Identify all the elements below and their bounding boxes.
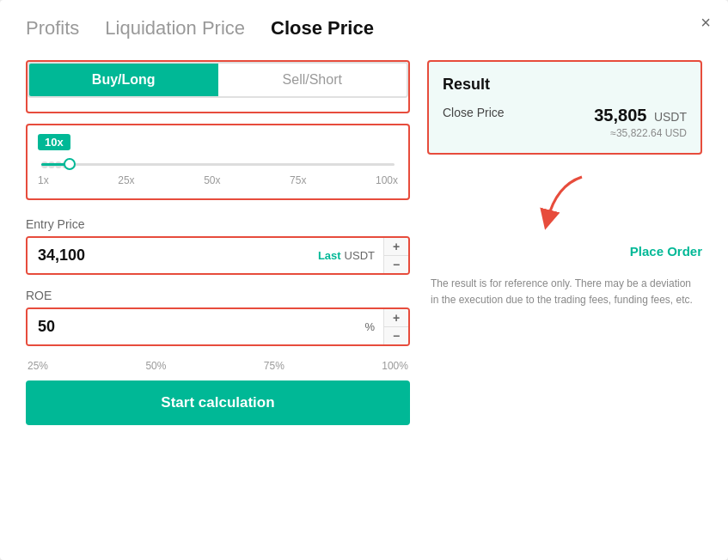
result-box: Result Close Price 35,805 USDT ≈35,822.6… — [427, 60, 702, 155]
disclaimer-text: The result is for reference only. There … — [427, 276, 702, 308]
roe-slider-labels: 25% 50% 75% 100% — [26, 360, 410, 372]
arrow-annotation — [427, 168, 702, 237]
place-order-link[interactable]: Place Order — [427, 244, 702, 259]
leverage-labels: 1x 25x 50x 75x 100x — [38, 174, 398, 186]
last-label: Last — [318, 249, 341, 262]
roe-group: % + − — [26, 307, 410, 346]
close-price-value-group: 35,805 USDT ≈35,822.64 USD — [594, 106, 687, 139]
result-row: Close Price 35,805 USDT ≈35,822.64 USD — [443, 106, 687, 139]
buy-long-button[interactable]: Buy/Long — [29, 64, 218, 96]
roe-percent: % — [364, 320, 375, 333]
roe-input[interactable] — [28, 309, 356, 344]
roe-label: ROE — [26, 289, 410, 302]
tab-profits[interactable]: Profits — [26, 17, 79, 40]
direction-toggle: Buy/Long Sell/Short — [28, 62, 408, 98]
roe-stepper: + − — [383, 309, 408, 344]
entry-price-stepper: + − — [383, 238, 408, 273]
tab-bar: Profits Liquidation Price Close Price — [26, 17, 702, 40]
entry-price-input[interactable] — [28, 238, 309, 273]
close-price-main: 35,805 — [594, 106, 646, 125]
roe-suffix: % — [356, 309, 383, 344]
leverage-section: 10x — [26, 124, 410, 200]
left-panel: Buy/Long Sell/Short 10x — [26, 60, 410, 425]
leverage-badge: 10x — [38, 134, 70, 150]
close-price-label: Close Price — [443, 106, 505, 119]
calc-button[interactable]: Start calculation — [26, 380, 410, 425]
entry-price-minus[interactable]: − — [384, 256, 408, 273]
tab-liquidation[interactable]: Liquidation Price — [105, 17, 245, 40]
roe-plus[interactable]: + — [384, 309, 408, 327]
close-button[interactable]: × — [700, 14, 711, 31]
result-title: Result — [443, 76, 687, 94]
entry-price-suffix: Last USDT — [309, 238, 383, 273]
close-price-usd: ≈35,822.64 USD — [594, 127, 687, 139]
arrow-icon — [530, 168, 599, 237]
sell-short-button[interactable]: Sell/Short — [218, 64, 407, 96]
roe-minus[interactable]: − — [384, 327, 408, 344]
right-panel: Result Close Price 35,805 USDT ≈35,822.6… — [427, 60, 702, 425]
entry-price-group: Last USDT + − — [26, 236, 410, 275]
leverage-slider[interactable] — [38, 157, 398, 171]
direction-toggle-wrapper: Buy/Long Sell/Short — [26, 60, 410, 113]
tab-close-price[interactable]: Close Price — [271, 17, 374, 40]
usdt-label: USDT — [345, 249, 375, 262]
entry-price-label: Entry Price — [26, 217, 410, 231]
modal: × Profits Liquidation Price Close Price … — [0, 0, 728, 560]
close-price-unit: USDT — [654, 110, 687, 124]
entry-price-plus[interactable]: + — [384, 238, 408, 256]
main-content: Buy/Long Sell/Short 10x — [26, 60, 702, 425]
